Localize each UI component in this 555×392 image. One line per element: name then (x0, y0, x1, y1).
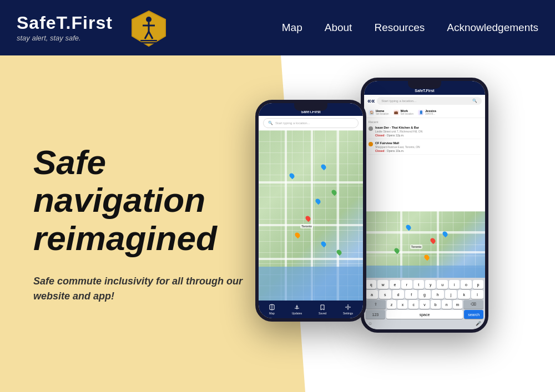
phone-2-map: Toronto (364, 211, 485, 278)
key-h[interactable]: h (432, 290, 444, 299)
svg-point-8 (347, 306, 349, 308)
phone-1-search-placeholder: Start typing a location... (275, 121, 310, 125)
key-k[interactable]: k (458, 290, 470, 299)
brand-tagline: stay alert, stay safe. (17, 34, 113, 42)
nav-links: Map About Resources Acknowledgements (282, 22, 538, 34)
key-o[interactable]: o (461, 280, 471, 289)
updates-icon (294, 304, 300, 310)
phone-2-app-name: SafeT.First (415, 89, 434, 93)
recent-item-1[interactable]: Isaan Der - Thai Kitchen & Bar Leslie St… (369, 126, 481, 139)
hero-subtext: Safe commute inclusivity for all through… (33, 274, 244, 304)
key-g[interactable]: g (418, 290, 431, 299)
settings-icon (345, 304, 351, 310)
hero-section: Safe navigation reimagined Safe commute … (0, 55, 555, 392)
recent-dot-1 (369, 126, 373, 131)
recent-opens-time-2: Opens 10a.m. (387, 149, 404, 152)
key-a[interactable]: a (366, 290, 378, 299)
key-q[interactable]: q (366, 280, 376, 289)
key-b[interactable]: b (431, 300, 441, 309)
jessica-icon: 👤 (418, 110, 423, 115)
key-z[interactable]: z (387, 300, 397, 309)
keyboard-mic-row: ☺ 🎤 (366, 320, 483, 327)
key-m[interactable]: m (453, 300, 463, 309)
phone-2-locations: 🏠 Home Set location 💼 Work Set location (364, 107, 485, 118)
key-123[interactable]: 123 (366, 310, 385, 319)
nav-map[interactable]: Map (282, 22, 302, 34)
key-s[interactable]: s (379, 290, 391, 299)
key-d[interactable]: d (392, 290, 405, 299)
bottom-nav-map[interactable]: Map (269, 304, 275, 315)
key-search[interactable]: search (464, 310, 483, 319)
bottom-nav-updates[interactable]: Updates (292, 304, 302, 315)
keyboard: q w e r t y u i o p a (364, 278, 485, 329)
location-home[interactable]: 🏠 Home Set location (369, 109, 389, 115)
jessica-sublabel: 1649 B... (425, 113, 436, 115)
key-n[interactable]: n (442, 300, 452, 309)
hero-right: SafeT.First 🔍 Start typing a location... (305, 55, 555, 392)
home-icon: 🏠 (369, 110, 374, 115)
key-e[interactable]: e (390, 280, 400, 289)
phone-2-screen: SafeT.First «« Start typing a location..… (364, 81, 485, 329)
work-icon: 💼 (393, 110, 399, 115)
key-r[interactable]: r (401, 280, 412, 289)
saved-icon (319, 304, 326, 310)
recent-dot-2 (369, 142, 373, 146)
recent-title: Recent (369, 120, 481, 124)
phone-1-map: Toronto (259, 130, 363, 301)
key-t[interactable]: t (413, 280, 424, 289)
recent-item-2[interactable]: CF Fairview Mall Sheppard Avenue East, T… (369, 141, 481, 155)
key-v[interactable]: v (420, 300, 430, 309)
phone-1: SafeT.First 🔍 Start typing a location... (255, 100, 366, 322)
navbar: SafeT.First stay alert, stay safe. Map A… (0, 0, 555, 55)
home-sublabel: Set location (376, 113, 389, 115)
key-shift[interactable]: ⇧ (366, 300, 386, 309)
phone-1-notch (294, 103, 327, 111)
recent-opens-time-1: Opens 12p.m. (387, 134, 404, 137)
svg-rect-7 (140, 42, 157, 44)
key-p[interactable]: p (473, 280, 483, 289)
key-w[interactable]: w (377, 280, 388, 289)
keyboard-row-2: a s d f g h j k l (366, 290, 483, 299)
map-icon (269, 304, 275, 310)
key-i[interactable]: i (449, 280, 460, 289)
key-y[interactable]: y (425, 280, 436, 289)
phone-2-search-input[interactable]: Start typing a location... 🔍 (377, 97, 482, 105)
keyboard-row-1: q w e r t y u i o p (366, 280, 483, 289)
key-space[interactable]: space (386, 310, 463, 319)
nav-resources[interactable]: Resources (374, 22, 425, 34)
recent-status-2: Closed (375, 149, 385, 152)
logo-icon (129, 8, 168, 47)
location-jessica[interactable]: 👤 Jessica 1649 B... (418, 109, 436, 115)
phone-2: SafeT.First «« Start typing a location..… (361, 78, 488, 333)
key-j[interactable]: j (445, 290, 457, 299)
phone-1-screen: SafeT.First 🔍 Start typing a location... (259, 103, 363, 318)
recent-status-1: Closed (375, 134, 385, 137)
phone-1-search[interactable]: 🔍 Start typing a location... (263, 118, 359, 128)
key-l[interactable]: l (471, 290, 483, 299)
recent-name-2: CF Fairview Mall (375, 141, 420, 145)
phone-2-notch (408, 81, 441, 89)
svg-point-1 (146, 17, 152, 22)
brand-title: SafeT.First (17, 14, 113, 32)
mic-icon[interactable]: 🎤 (476, 321, 481, 326)
location-work[interactable]: 💼 Work Set location (393, 109, 414, 115)
emoji-icon[interactable]: ☺ (368, 321, 372, 326)
key-f[interactable]: f (405, 290, 417, 299)
nav-acknowledgements[interactable]: Acknowledgements (447, 22, 538, 34)
key-u[interactable]: u (437, 280, 447, 289)
nav-about[interactable]: About (325, 22, 352, 34)
recent-name-1: Isaan Der - Thai Kitchen & Bar (375, 126, 422, 130)
key-backspace[interactable]: ⌫ (463, 300, 483, 309)
key-x[interactable]: x (397, 300, 407, 309)
keyboard-row-4: 123 space search (366, 310, 483, 319)
bottom-nav-saved[interactable]: Saved (319, 304, 326, 315)
keyboard-row-3: ⇧ z x c v b n m ⌫ (366, 300, 483, 309)
svg-rect-6 (140, 40, 157, 42)
phone-1-bottom-nav: Map Updates Saved (259, 301, 363, 318)
hero-heading: Safe navigation reimagined (33, 144, 278, 257)
work-sublabel: Set location (401, 113, 414, 115)
key-c[interactable]: c (408, 300, 418, 309)
phone-2-search-bar: «« Start typing a location... 🔍 (364, 95, 485, 107)
back-button[interactable]: «« (367, 97, 375, 105)
bottom-nav-settings[interactable]: Settings (343, 304, 353, 315)
